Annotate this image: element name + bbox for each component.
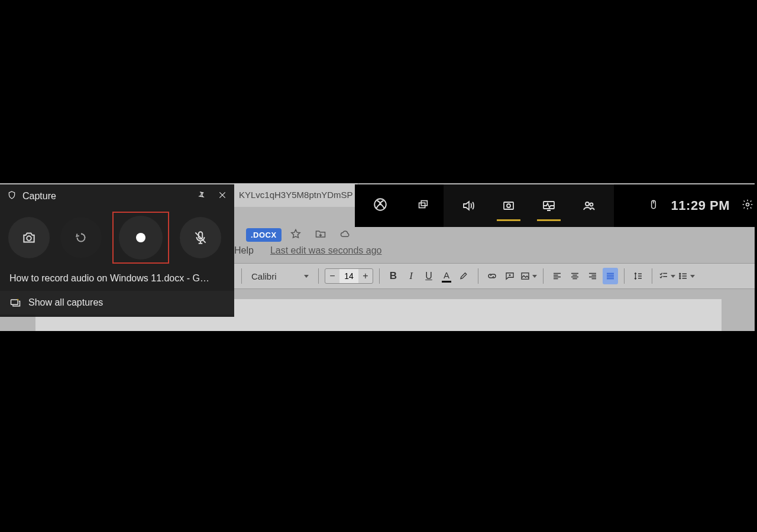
bulleted-list-button[interactable] <box>678 268 695 284</box>
svg-rect-16 <box>11 300 18 304</box>
font-size-increase-button[interactable]: + <box>358 269 373 283</box>
close-button[interactable] <box>218 190 227 202</box>
font-name-label: Calibri <box>251 271 299 281</box>
record-icon <box>136 233 145 242</box>
insert-comment-button[interactable] <box>502 268 517 284</box>
docs-toolbar: Calibri − + B I U A <box>234 263 755 289</box>
xbox-icon[interactable] <box>373 197 388 215</box>
italic-button[interactable]: I <box>403 268 419 284</box>
capture-widget-button[interactable] <box>499 194 518 218</box>
svg-point-2 <box>680 275 681 277</box>
capture-widget: Capture How to record audio on Windows 1… <box>0 184 234 317</box>
align-left-button[interactable] <box>549 268 565 284</box>
docs-menubar: Help Last edit was seconds ago <box>234 242 381 259</box>
xbox-game-bar: 11:29 PM <box>355 184 757 227</box>
xbox-social-widget-button[interactable] <box>580 194 599 218</box>
svg-point-11 <box>590 203 593 206</box>
record-last-button[interactable] <box>60 217 102 258</box>
capture-title: Capture <box>22 191 190 202</box>
svg-rect-7 <box>504 202 513 209</box>
checklist-button[interactable] <box>658 268 675 284</box>
text-color-button[interactable]: A <box>439 268 454 284</box>
font-size-decrease-button[interactable]: − <box>325 269 339 283</box>
font-size-input[interactable] <box>339 269 358 283</box>
game-bar-widget-tray <box>444 184 614 227</box>
star-icon[interactable] <box>290 228 302 242</box>
svg-point-8 <box>507 204 510 207</box>
align-right-button[interactable] <box>585 268 600 284</box>
svg-point-17 <box>17 299 19 301</box>
menu-help[interactable]: Help <box>234 245 254 256</box>
chevron-down-icon <box>532 275 537 278</box>
move-to-folder-icon[interactable] <box>315 228 326 242</box>
highlight-button[interactable] <box>457 268 472 284</box>
start-recording-button[interactable] <box>112 212 169 264</box>
audio-widget-button[interactable] <box>459 194 478 218</box>
chevron-down-icon <box>690 275 695 278</box>
svg-point-1 <box>680 273 681 274</box>
cloud-status-icon[interactable] <box>339 228 351 242</box>
widgets-store-icon[interactable] <box>416 198 429 213</box>
pin-button[interactable] <box>196 190 206 202</box>
align-justify-button[interactable] <box>603 268 618 284</box>
insert-image-button[interactable] <box>520 268 537 284</box>
svg-point-14 <box>27 236 31 241</box>
show-all-captures-label: Show all captures <box>28 297 103 308</box>
docx-badge: .DOCX <box>246 228 282 242</box>
svg-point-10 <box>585 202 589 206</box>
svg-point-3 <box>680 278 681 279</box>
svg-rect-0 <box>522 273 529 280</box>
chevron-down-icon <box>671 275 675 278</box>
last-edit-status[interactable]: Last edit was seconds ago <box>270 245 382 256</box>
font-size-stepper[interactable]: − + <box>325 268 373 284</box>
screenshot-button[interactable] <box>8 217 50 258</box>
font-family-select[interactable]: Calibri <box>248 268 312 284</box>
clock: 11:29 PM <box>671 198 730 213</box>
microphone-toggle-button[interactable] <box>180 217 221 258</box>
settings-button[interactable] <box>742 199 753 213</box>
mouse-icon <box>648 199 659 213</box>
chevron-down-icon <box>304 275 309 278</box>
browser-url-fragment: KYLvc1qH3Y5M8ptnYDmSP <box>234 183 358 207</box>
insert-link-button[interactable] <box>484 268 500 284</box>
performance-widget-button[interactable] <box>539 194 558 218</box>
bold-button[interactable]: B <box>386 268 401 284</box>
capture-target-label: How to record audio on Windows 11.docx -… <box>0 271 234 291</box>
svg-point-13 <box>746 203 749 206</box>
show-all-captures-button[interactable]: Show all captures <box>0 291 234 314</box>
underline-button[interactable]: U <box>421 268 436 284</box>
capture-shield-icon <box>7 190 17 202</box>
line-spacing-button[interactable] <box>630 268 646 284</box>
align-center-button[interactable] <box>567 268 583 284</box>
